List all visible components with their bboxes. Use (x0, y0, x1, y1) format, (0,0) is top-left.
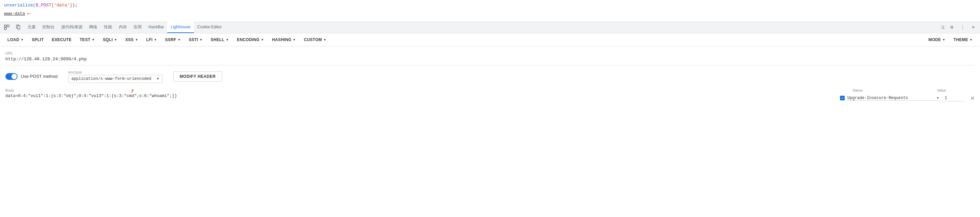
checkbox-check-icon: ✓ (841, 96, 844, 100)
enctype-caret-icon: ▼ (156, 77, 159, 81)
code-line2: www-data (4, 10, 25, 17)
header-value-col-label: Value (937, 88, 964, 93)
post-method-toggle[interactable] (5, 73, 18, 80)
header-value-text: 1 (945, 95, 965, 101)
body-section: Body data=0:4:"vul1":1:{s:3:"obj";0:4:"v… (5, 88, 975, 101)
header-col-labels: Name Value (840, 88, 975, 94)
svg-rect-4 (18, 26, 20, 29)
enctype-value: application/x-www-form-urlencoded (72, 77, 156, 81)
inspect-icon[interactable] (2, 22, 11, 32)
devtools-right-controls: 1 ⚙ ⋮ ✕ (940, 22, 978, 32)
more-icon[interactable]: ⋮ (958, 22, 967, 32)
code-key: ['data'] (51, 3, 72, 8)
code-end: ); (72, 3, 78, 8)
code-var: $_POST (36, 3, 51, 8)
sqli-button[interactable]: SQLI▼ (100, 36, 121, 43)
post-method-toggle-group: Use POST method (5, 73, 57, 80)
url-label: URL (5, 51, 975, 55)
tab-network[interactable]: 网络 (86, 22, 100, 33)
tab-sources[interactable]: 源代码/来源 (58, 22, 86, 33)
arrow-icon: ← (27, 9, 31, 19)
header-name-text: Upgrade-Insecure-Requests (847, 96, 935, 101)
lfi-button[interactable]: LFI▼ (143, 36, 160, 43)
url-value: http://120.48.128.24:9090/4.php (5, 57, 975, 65)
badge: 1 (940, 25, 946, 30)
svg-rect-2 (7, 25, 9, 27)
body-text: data=0:4:"vul1":1:{s:3:"obj";0:4:"vul3":… (5, 94, 177, 98)
header-name-col-label: Name (853, 88, 862, 93)
body-left: Body data=0:4:"vul1":1:{s:3:"obj";0:4:"v… (5, 88, 833, 101)
code-area: unserialize($_POST['data']); www-data ← (0, 0, 980, 22)
hashing-button[interactable]: HASHING▼ (269, 36, 299, 43)
mode-button[interactable]: MODE▼ (925, 36, 949, 43)
tab-elements[interactable]: 元素 (24, 22, 39, 33)
post-method-label: Use POST method (21, 74, 57, 79)
code-line1: unserialize($_POST['data']); (4, 2, 976, 9)
ssrf-button[interactable]: SSRF▼ (162, 36, 184, 43)
ssti-button[interactable]: SSTI▼ (185, 36, 206, 43)
settings-icon[interactable]: ⚙ (947, 22, 956, 32)
split-button[interactable]: SPLIT (28, 36, 47, 43)
tab-performance[interactable]: 性能 (100, 22, 115, 33)
tab-application[interactable]: 应用 (130, 22, 145, 33)
svg-rect-1 (5, 28, 6, 30)
theme-button[interactable]: THEME▼ (950, 36, 976, 43)
tab-console[interactable]: 控制台 (39, 22, 58, 33)
execute-button[interactable]: EXECUTE (48, 36, 75, 43)
options-row: Use POST method enctype application/x-ww… (5, 70, 975, 83)
encoding-button[interactable]: ENCODING▼ (234, 36, 267, 43)
tab-cookie-editor[interactable]: Cookie-Editor (194, 22, 225, 33)
device-icon[interactable] (13, 22, 23, 32)
header-name-caret-icon: ▼ (936, 96, 939, 100)
devtools-tabbar: 元素 控制台 源代码/来源 网络 性能 内存 应用 HackBar Lighth… (0, 22, 980, 34)
header-checkbox[interactable]: ✓ (840, 96, 845, 101)
body-value: data=0:4:"vul1":1:{s:3:"obj";0:4:"vul3":… (5, 94, 833, 98)
header-entry: ✓ Upgrade-Insecure-Requests ▼ 1 ✕ (840, 95, 975, 101)
svg-rect-0 (5, 25, 6, 27)
enctype-group: enctype application/x-www-form-urlencode… (68, 70, 162, 83)
header-remove-icon[interactable]: ✕ (970, 95, 975, 101)
load-button[interactable]: LOAD▼ (4, 36, 27, 43)
code-line2-wrapper: www-data ← (4, 9, 976, 19)
main-content: URL http://120.48.128.24:9090/4.php Use … (0, 46, 980, 106)
shell-button[interactable]: SHELL▼ (207, 36, 232, 43)
xss-button[interactable]: XSS▼ (122, 36, 142, 43)
custom-button[interactable]: CUSTOM▼ (301, 36, 330, 43)
tab-memory[interactable]: 内存 (115, 22, 130, 33)
code-func: unserialize( (4, 3, 36, 8)
test-button[interactable]: TEST▼ (76, 36, 98, 43)
modify-header-button[interactable]: MODIFY HEADER (173, 72, 222, 81)
header-name-dropdown[interactable]: Upgrade-Insecure-Requests ▼ (847, 96, 939, 101)
toggle-knob (11, 74, 17, 79)
close-icon[interactable]: ✕ (969, 22, 978, 32)
tab-lighthouse[interactable]: Lighthouse (167, 22, 194, 33)
header-section: Name Value ✓ Upgrade-Insecure-Requests ▼… (833, 88, 975, 101)
enctype-select[interactable]: application/x-www-form-urlencoded ▼ (68, 75, 162, 83)
hackbar-toolbar: LOAD▼ SPLIT EXECUTE TEST▼ SQLI▼ XSS▼ LFI… (0, 34, 980, 46)
devtools-icons (2, 22, 23, 32)
tab-hackbar[interactable]: HackBar (145, 22, 167, 33)
enctype-label: enctype (68, 70, 162, 74)
